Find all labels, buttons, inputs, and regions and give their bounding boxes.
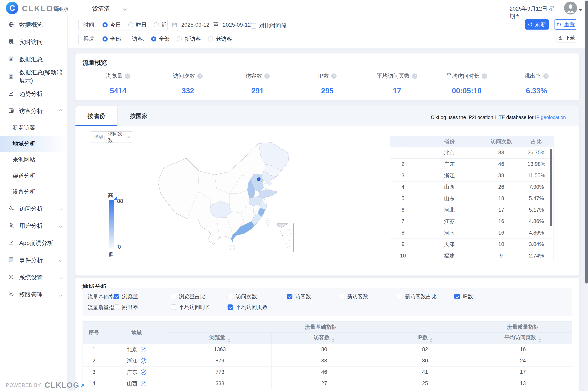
trend-link-icon[interactable] <box>141 347 147 352</box>
province-row-2[interactable]: 3浙江3811.55% <box>390 170 554 181</box>
visitor-radio-0[interactable]: 全部 <box>151 35 170 43</box>
sort-icon[interactable] <box>430 338 433 342</box>
date-range-picker[interactable]: 2025-09-12 至 2025-09-12 <box>167 19 255 31</box>
download-button[interactable]: 下载 <box>556 33 577 42</box>
question-icon[interactable]: ? <box>197 73 203 79</box>
checkbox-icon[interactable] <box>454 294 460 299</box>
sidebar-item-9[interactable]: 事件分析 <box>0 252 67 269</box>
sort-asc-icon[interactable] <box>227 338 231 340</box>
metric-option-0-6[interactable]: IP数 <box>454 293 473 300</box>
map-taiwan[interactable] <box>266 218 270 226</box>
sidebar-item-8[interactable]: App崩溃分析 <box>0 234 67 252</box>
question-icon[interactable]: ? <box>264 73 270 79</box>
province-row-0[interactable]: 1北京8826.75% <box>390 147 554 158</box>
refresh-button[interactable]: 刷新 <box>525 19 549 30</box>
radio-icon[interactable] <box>208 36 213 41</box>
radio-icon[interactable] <box>151 36 156 41</box>
ip-geolocation-link[interactable]: IP geolocation <box>535 114 566 120</box>
sidebar-item-1[interactable]: 实时访问 <box>0 33 67 51</box>
checkbox-icon[interactable] <box>251 23 256 29</box>
sidebar-subitem-5-2[interactable]: 来源网站 <box>0 152 67 168</box>
time-radio-1[interactable]: 昨日 <box>128 21 147 29</box>
sidebar-item-3[interactable]: 数据汇总(移动端展示) <box>0 68 67 85</box>
sidebar-item-7[interactable]: 用户分析 <box>0 217 67 234</box>
tab-by-country[interactable]: 按国家 <box>118 106 160 126</box>
sidebar-item-4[interactable]: 趋势分析 <box>0 85 67 102</box>
metric-option-0-5[interactable]: 新访客数占比 <box>397 293 437 300</box>
radio-icon[interactable] <box>103 36 108 41</box>
province-row-9[interactable]: 10福建92.74% <box>390 250 554 262</box>
metric-option-0-4[interactable]: 新访客数 <box>339 293 368 300</box>
question-icon[interactable]: ? <box>412 73 417 79</box>
checkbox-icon[interactable] <box>114 304 119 310</box>
checkbox-icon[interactable] <box>339 294 344 299</box>
project-selector[interactable]: 货清清 <box>92 5 126 13</box>
page-scrollbar[interactable] <box>585 0 588 391</box>
table-scrollbar[interactable] <box>550 149 552 226</box>
sort-desc-icon[interactable] <box>332 341 335 342</box>
sub-header-2[interactable]: IP数 <box>377 333 473 344</box>
checkbox-icon[interactable] <box>228 294 233 299</box>
question-icon[interactable]: ? <box>482 73 487 79</box>
province-row-6[interactable]: 7江苏164.86% <box>390 215 554 227</box>
checkbox-icon[interactable] <box>397 294 402 299</box>
trend-link-icon[interactable] <box>141 358 147 364</box>
checkbox-icon[interactable] <box>287 294 293 299</box>
time-radio-0[interactable]: 今日 <box>103 21 121 29</box>
question-icon[interactable]: ? <box>543 73 549 79</box>
sidebar-item-0[interactable]: 数据概览 <box>0 16 67 33</box>
province-row-3[interactable]: 4山西267.90% <box>390 181 554 193</box>
sort-icon[interactable] <box>332 338 335 342</box>
sub-header-1[interactable]: 访客数 <box>272 333 377 344</box>
metric-option-0-3[interactable]: 访客数 <box>287 293 311 300</box>
sort-desc-icon[interactable] <box>227 341 231 342</box>
metric-option-1-1[interactable]: 平均访问时长 <box>171 304 211 311</box>
sidebar-item-11[interactable]: 权限管理 <box>0 286 67 303</box>
question-icon[interactable]: ? <box>125 73 130 79</box>
sidebar-subitem-5-1[interactable]: 地域分析 <box>0 136 67 152</box>
sort-icon[interactable] <box>538 338 541 342</box>
sort-icon[interactable] <box>227 338 231 342</box>
sidebar-subitem-5-3[interactable]: 渠道分析 <box>0 168 67 184</box>
sidebar-item-6[interactable]: 访问分析 <box>0 200 67 217</box>
radio-icon[interactable] <box>103 22 108 27</box>
visitor-radio-1[interactable]: 新访客 <box>177 35 201 43</box>
province-row-7[interactable]: 8河南164.86% <box>390 227 554 239</box>
trend-link-icon[interactable] <box>141 369 147 375</box>
province-row-8[interactable]: 9天津103.04% <box>390 238 554 250</box>
map-province[interactable] <box>259 190 277 199</box>
checkbox-icon[interactable] <box>171 294 176 299</box>
metric-option-1-2[interactable]: 平均访问页数 <box>228 304 268 311</box>
sort-asc-icon[interactable] <box>332 338 335 340</box>
channel-radio-0[interactable]: 全部 <box>103 35 121 43</box>
trend-link-icon[interactable] <box>141 381 147 387</box>
metric-option-0-0[interactable]: 浏览量 <box>114 293 138 300</box>
avatar-menu-caret-icon[interactable] <box>579 9 582 11</box>
compare-period-checkbox[interactable]: 对比时间段 <box>251 22 287 30</box>
page-scrollbar-thumb[interactable] <box>585 0 588 284</box>
province-row-4[interactable]: 5山东185.47% <box>390 193 554 204</box>
radio-icon[interactable] <box>177 36 182 41</box>
sort-desc-icon[interactable] <box>538 341 541 342</box>
metric-option-1-0[interactable]: 跳出率 <box>114 304 138 311</box>
date-end-value[interactable]: 2025-09-12 <box>223 22 251 28</box>
sort-desc-icon[interactable] <box>430 341 433 342</box>
tab-by-province[interactable]: 按省份 <box>75 106 118 126</box>
china-choropleth-map[interactable] <box>152 135 309 262</box>
metric-select[interactable]: 指标: 访问次数 <box>90 131 133 143</box>
checkbox-icon[interactable] <box>228 304 233 310</box>
question-icon[interactable]: ? <box>331 73 336 79</box>
province-row-1[interactable]: 2广东4613.98% <box>390 158 554 170</box>
avatar[interactable] <box>564 1 577 14</box>
sidebar-subitem-5-4[interactable]: 设备分析 <box>0 184 67 200</box>
sub-header-0[interactable]: 浏览量 <box>168 333 272 344</box>
checkbox-icon[interactable] <box>171 304 176 310</box>
sort-asc-icon[interactable] <box>430 338 433 340</box>
sidebar-item-2[interactable]: 数据汇总 <box>0 51 67 68</box>
sidebar-subitem-5-0[interactable]: 新老访客 <box>0 120 67 136</box>
sidebar-item-10[interactable]: 系统设置 <box>0 269 67 286</box>
map-hainan[interactable] <box>229 245 235 250</box>
checkbox-icon[interactable] <box>114 294 119 299</box>
sort-asc-icon[interactable] <box>538 338 541 340</box>
radio-icon[interactable] <box>154 22 159 27</box>
